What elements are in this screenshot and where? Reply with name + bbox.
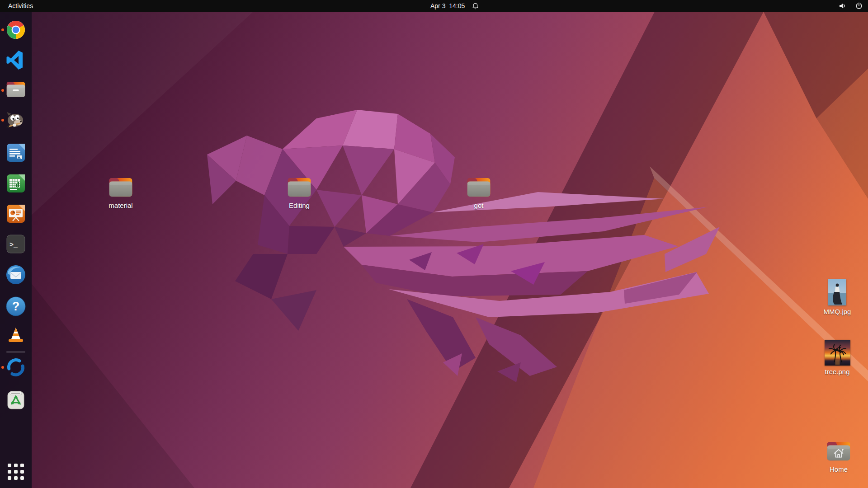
vscode-icon xyxy=(5,49,27,71)
thunderbird-icon xyxy=(5,264,27,286)
grid-dot xyxy=(14,464,18,467)
libreoffice-calc-icon xyxy=(5,173,27,194)
trash-icon xyxy=(5,389,27,410)
dock-item-chrome[interactable] xyxy=(5,19,27,41)
svg-text:>_: >_ xyxy=(9,241,18,249)
grid-dot xyxy=(20,476,24,480)
icon-label: Home xyxy=(830,465,848,473)
blue-ring-icon xyxy=(5,357,27,378)
icon-label: material xyxy=(108,202,132,209)
folder-icon xyxy=(286,175,313,199)
dock-item-help[interactable]: ? xyxy=(5,296,27,317)
dock-item-trash[interactable] xyxy=(5,389,27,410)
bell-icon xyxy=(472,3,479,9)
libreoffice-writer-icon xyxy=(5,142,27,164)
terminal-icon: >_ xyxy=(5,233,27,255)
grid-dot xyxy=(14,476,18,480)
desktop-icon-editing[interactable]: Editing xyxy=(272,175,326,209)
grid-dot xyxy=(20,470,24,474)
dock-item-blue-ring-app[interactable] xyxy=(5,357,27,378)
dock-item-gimp[interactable] xyxy=(5,109,27,131)
dock-item-calc[interactable] xyxy=(5,173,27,194)
activities-button[interactable]: Activities xyxy=(0,0,41,12)
desktop-icon-got[interactable]: got xyxy=(452,175,506,209)
chrome-icon xyxy=(5,19,27,41)
grid-dot xyxy=(8,476,11,480)
power-icon[interactable] xyxy=(855,2,863,9)
running-indicator-blue-ring xyxy=(1,366,4,369)
desktop-icon-mmq-jpg[interactable]: MMQ.jpg xyxy=(810,279,864,315)
desktop-icon-material[interactable]: material xyxy=(94,175,148,209)
running-indicator-files xyxy=(1,89,4,92)
gimp-icon xyxy=(5,109,27,131)
grid-dot xyxy=(20,464,24,467)
dock-item-impress[interactable] xyxy=(5,203,27,225)
image-thumbnail xyxy=(828,279,846,305)
wallpaper-jellyfish xyxy=(0,0,868,488)
top-bar: Activities Apr 3 14:05 xyxy=(0,0,868,12)
image-thumbnail xyxy=(825,340,850,366)
dock-item-vlc[interactable] xyxy=(5,325,27,347)
grid-dot xyxy=(8,470,11,474)
desktop-icon-home[interactable]: Home xyxy=(811,439,866,473)
vlc-icon xyxy=(5,325,27,347)
volume-icon[interactable] xyxy=(839,2,846,9)
running-indicator-gimp xyxy=(1,119,4,122)
icon-label: got xyxy=(474,202,484,209)
clock-button[interactable]: Apr 3 14:05 xyxy=(430,0,479,12)
icon-label: Editing xyxy=(289,202,310,209)
dock-item-writer[interactable] xyxy=(5,142,27,164)
dock-item-files[interactable] xyxy=(5,80,27,101)
files-icon xyxy=(5,80,27,99)
dock-separator xyxy=(6,352,25,352)
help-icon: ? xyxy=(5,296,27,317)
grid-dot xyxy=(14,470,18,474)
home-folder-icon xyxy=(825,439,852,463)
dock-item-thunderbird[interactable] xyxy=(5,264,27,286)
folder-icon xyxy=(465,175,492,199)
libreoffice-impress-icon xyxy=(5,203,27,225)
show-applications-button[interactable] xyxy=(6,462,26,482)
dock-item-vscode[interactable] xyxy=(5,49,27,71)
running-indicator-chrome xyxy=(1,28,4,31)
dock: >_ ? xyxy=(0,12,32,488)
svg-text:?: ? xyxy=(12,300,20,313)
system-status-area xyxy=(839,0,863,12)
clock-label: Apr 3 14:05 xyxy=(430,2,465,9)
desktop-icon-tree-png[interactable]: tree.png xyxy=(810,340,864,375)
folder-icon xyxy=(107,175,134,199)
desktop-screen: Activities Apr 3 14:05 xyxy=(0,0,868,488)
grid-dot xyxy=(8,464,11,467)
icon-label: MMQ.jpg xyxy=(824,308,851,315)
dock-item-terminal[interactable]: >_ xyxy=(5,233,27,255)
icon-label: tree.png xyxy=(825,368,849,375)
